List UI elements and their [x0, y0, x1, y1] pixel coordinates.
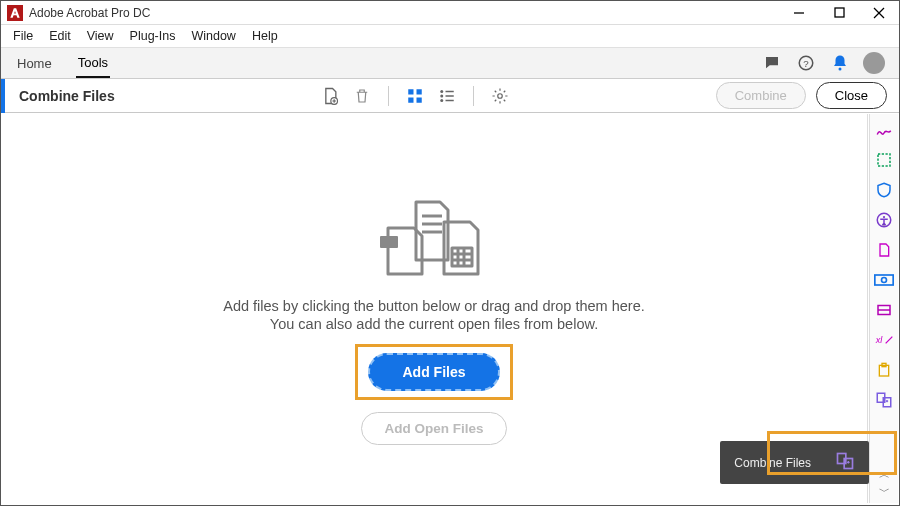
svg-text:?: ? [803, 58, 809, 69]
add-file-icon[interactable] [316, 83, 344, 109]
svg-rect-33 [875, 275, 893, 285]
svg-rect-24 [380, 236, 398, 248]
protect-shield-icon[interactable] [874, 180, 894, 200]
trash-icon[interactable] [348, 83, 376, 109]
minimize-button[interactable] [779, 1, 819, 25]
svg-point-6 [839, 68, 842, 71]
svg-text:xl: xl [875, 335, 884, 345]
svg-rect-12 [408, 97, 413, 102]
menu-plugins[interactable]: Plug-Ins [122, 25, 184, 47]
menu-edit[interactable]: Edit [41, 25, 79, 47]
svg-rect-10 [408, 89, 413, 94]
title-bar: Adobe Acrobat Pro DC [1, 1, 899, 25]
clipboard-tool-icon[interactable] [874, 360, 894, 380]
menu-view[interactable]: View [79, 25, 122, 47]
redact-tool-icon[interactable] [874, 270, 894, 290]
close-button[interactable]: Close [816, 82, 887, 109]
combine-button[interactable]: Combine [716, 82, 806, 109]
tool-bar: Combine Files Combine Close [1, 79, 899, 113]
menu-file[interactable]: File [5, 25, 41, 47]
svg-point-20 [498, 93, 503, 98]
svg-rect-30 [878, 154, 890, 166]
thumbnail-view-icon[interactable] [401, 83, 429, 109]
add-files-highlight: Add Files [355, 344, 512, 400]
nav-bar: Home Tools ? [1, 47, 899, 79]
scroll-up-icon[interactable]: ︿ [879, 467, 890, 482]
svg-point-32 [883, 216, 885, 218]
accent-bar [1, 79, 5, 113]
tool-title: Combine Files [19, 88, 115, 104]
svg-point-34 [882, 278, 887, 283]
settings-gear-icon[interactable] [486, 83, 514, 109]
menu-window[interactable]: Window [183, 25, 243, 47]
add-files-button[interactable]: Add Files [368, 353, 499, 391]
list-view-icon[interactable] [433, 83, 461, 109]
svg-rect-13 [417, 97, 422, 102]
tooltip-label: Combine Files [734, 456, 811, 470]
measure-tool-icon[interactable]: xl [874, 330, 894, 350]
nav-home[interactable]: Home [15, 50, 54, 77]
menu-bar: File Edit View Plug-Ins Window Help [1, 25, 899, 47]
app-logo-icon [7, 5, 23, 21]
svg-point-16 [440, 94, 443, 97]
instruction-line-2: You can also add the current open files … [270, 316, 598, 332]
svg-point-18 [440, 99, 443, 102]
chat-icon[interactable] [761, 52, 783, 74]
notification-bell-icon[interactable] [829, 52, 851, 74]
user-avatar[interactable] [863, 52, 885, 74]
stamp-tool-icon[interactable] [874, 300, 894, 320]
help-icon[interactable]: ? [795, 52, 817, 74]
instruction-line-1: Add files by clicking the button below o… [223, 298, 645, 314]
menu-help[interactable]: Help [244, 25, 286, 47]
close-window-button[interactable] [859, 1, 899, 25]
maximize-button[interactable] [819, 1, 859, 25]
nav-tools[interactable]: Tools [76, 49, 110, 78]
files-illustration-icon [374, 194, 494, 284]
combine-files-tooltip: Combine Files [720, 441, 869, 484]
add-open-files-button[interactable]: Add Open Files [361, 412, 506, 445]
right-tool-rail: xl ︿ ﹀ [869, 114, 898, 503]
svg-rect-1 [835, 8, 844, 17]
svg-rect-25 [452, 248, 472, 266]
organize-tool-icon[interactable] [874, 240, 894, 260]
scroll-down-icon[interactable]: ﹀ [879, 484, 890, 499]
combine-files-tooltip-icon [835, 451, 855, 474]
app-title: Adobe Acrobat Pro DC [29, 6, 779, 20]
accessibility-icon[interactable] [874, 210, 894, 230]
combine-tool-icon[interactable] [874, 390, 894, 410]
sign-tool-icon[interactable] [874, 120, 894, 140]
svg-point-14 [440, 90, 443, 93]
export-tool-icon[interactable] [874, 150, 894, 170]
svg-rect-11 [417, 89, 422, 94]
